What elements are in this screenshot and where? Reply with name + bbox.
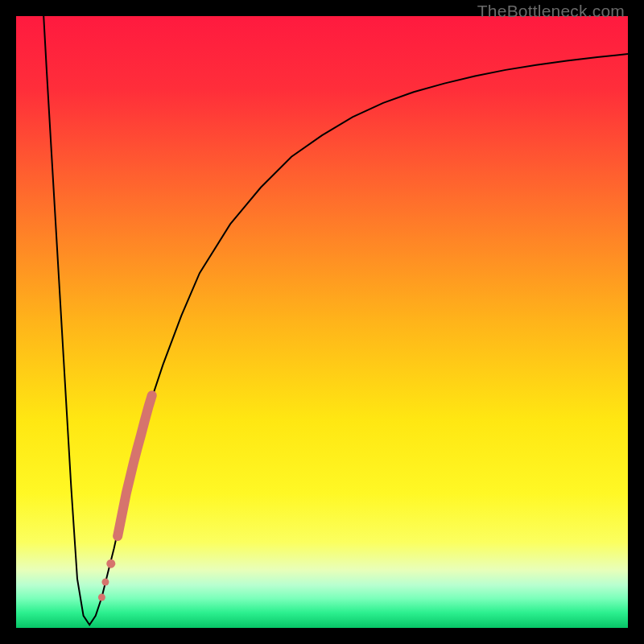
highlight-dot bbox=[101, 579, 109, 586]
highlight-dot bbox=[98, 594, 105, 601]
highlight-dot bbox=[114, 531, 122, 540]
watermark-text: TheBottleneck.com bbox=[477, 2, 625, 21]
highlight-dot bbox=[106, 559, 115, 568]
highlight-segment bbox=[118, 395, 152, 536]
curve-bottleneck-curve bbox=[43, 16, 628, 625]
outer-frame: TheBottleneck.com bbox=[0, 0, 644, 644]
chart-svg bbox=[16, 16, 628, 628]
plot-area bbox=[16, 16, 628, 628]
